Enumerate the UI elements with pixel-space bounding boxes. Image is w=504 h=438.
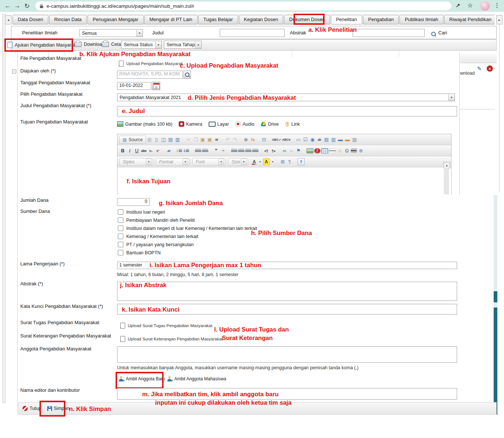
templates-icon[interactable]: ▥ [174,136,181,143]
scayt-icon[interactable]: ABC▾ [282,136,291,143]
tab[interactable]: Mengajar di PT Lain [144,15,198,24]
save-icon[interactable]: ▦ [146,136,152,143]
outdent-icon[interactable] [195,149,201,153]
forward-icon[interactable]: → [13,2,22,10]
unlink-icon[interactable]: ∞ [288,147,295,154]
italic-icon[interactable]: I [127,147,133,154]
cut-icon[interactable]: ✂ [185,136,192,143]
blockquote-icon[interactable]: ❞ [213,147,219,154]
sumber-dana-option[interactable]: PT / yayasan yang bersangkutan [118,242,257,247]
justify-icon[interactable] [252,149,258,153]
indent-icon[interactable] [202,149,208,153]
checkbox[interactable] [118,217,123,223]
checkbox[interactable] [118,234,123,239]
sumber-dana-option[interactable]: Institusi luar negeri [118,209,257,215]
show-blocks-icon[interactable]: ¶ [287,159,293,165]
judul-filter-input[interactable] [220,29,285,37]
copy-icon[interactable]: ❐ [192,136,199,143]
align-right-icon[interactable] [245,149,251,153]
judul-input[interactable] [117,106,457,116]
abstrak-textarea[interactable] [117,282,457,301]
checkbox[interactable] [118,242,123,247]
bold-icon[interactable]: B [120,147,126,154]
maximize-icon[interactable]: ⊞ [280,159,286,165]
ltr-icon[interactable]: ▸¶ [263,147,270,154]
tab[interactable]: Publikasi Ilmiah [400,15,443,24]
redo-icon[interactable]: ↷ [232,136,238,143]
new-page-icon[interactable]: ▯ [153,136,160,143]
tab[interactable]: Data Dosen [13,15,48,24]
anchor-icon[interactable]: ⚑ [295,147,302,154]
image-button-icon[interactable]: ▬ [344,136,351,143]
tab[interactable]: Penelitian [331,15,362,24]
tab-scroll-left[interactable]: ◂ [5,15,11,24]
abstrak-filter-input[interactable] [353,29,425,37]
format-select[interactable]: Format▼ [156,158,190,166]
text-color-button[interactable]: A [251,159,257,165]
bulleted-list-icon[interactable] [184,149,190,153]
lookup-user-button[interactable] [184,71,191,79]
drive-button[interactable]: Drive [261,122,279,127]
share-icon[interactable]: ↗ [456,2,460,9]
scrollbar-thumb[interactable] [494,291,497,302]
paste-word-icon[interactable]: W [213,136,220,143]
chevron-down-icon[interactable]: ▼ [259,160,261,163]
tanggal-input[interactable]: 10-01-2022 [117,82,151,90]
layar-button[interactable]: Layar [209,122,229,127]
audio-button[interactable]: Audio [235,121,254,127]
link-icon[interactable]: ∞ [281,147,288,154]
scrollbar-thumb[interactable] [494,308,497,415]
print-icon[interactable]: ▤ [167,136,174,143]
text-field-icon[interactable]: ab [316,136,323,143]
edit-icon[interactable]: ✎ [477,65,482,72]
paste-text-icon[interactable]: ▣ [206,136,213,143]
checkbox[interactable] [118,250,123,255]
upload-surat-tugas-button[interactable]: Upload Surat Tugas Pengabdian Masyarakat [120,323,212,329]
sumber-dana-option[interactable]: Kemenag / Kementerian lain terkait [118,234,257,239]
subscript-icon[interactable]: x₂ [148,147,154,154]
cetak-button[interactable]: Cetak [102,42,123,47]
radio-icon[interactable]: ◉ [309,136,316,143]
sumber-dana-option[interactable]: Bantuan BOPTN [118,250,257,255]
select-field-icon[interactable]: ▥ [330,136,337,143]
avatar[interactable] [480,1,490,11]
upload-pengabdian-button[interactable]: Upload Pengabdian Masyarak... [119,61,187,67]
checkbox[interactable] [118,225,123,231]
kamera-button[interactable]: Kamera [179,121,202,127]
tab[interactable]: Rincian Data [49,15,87,24]
about-icon[interactable]: ? [298,158,305,165]
button-icon[interactable]: ▬ [337,136,344,143]
page-break-icon[interactable] [351,149,357,153]
download-button[interactable]: Download [75,42,104,47]
gambar-button[interactable]: Gambar (maks 100 kb) [117,121,172,127]
editor-scroll-track[interactable] [444,168,449,194]
div-icon[interactable]: ÷ [220,147,226,154]
back-icon[interactable]: ← [3,2,13,10]
diajukan-oleh-input[interactable]: RINA NOVITA, S.PD, M.KOM [117,71,183,79]
checkbox[interactable] [118,209,123,215]
spellcheck-icon[interactable]: ABC✓ [272,136,281,143]
image-icon[interactable] [306,148,313,153]
smiley-icon[interactable]: ☺ [337,147,343,154]
search-icon[interactable] [431,31,436,38]
replace-icon[interactable]: ⇆ [250,136,256,143]
iframe-icon[interactable]: ⊕ [358,147,364,154]
url-bar[interactable]: e-campus.iainbukittinggi.ac.id/ecampus/p… [35,1,451,10]
url-text[interactable]: e-campus.iainbukittinggi.ac.id/ecampus/p… [47,3,194,9]
strikethrough-icon[interactable]: abc [141,147,147,154]
preview-icon[interactable]: ◫ [160,136,167,143]
tahap-select[interactable]: Semua Tahap▼ [164,41,202,49]
kebab-menu-icon[interactable]: ⋮ [494,2,500,9]
size-select[interactable]: Size▼ [228,158,248,166]
chevron-down-icon[interactable]: ▼ [271,160,274,163]
link-button[interactable]: Link [285,121,300,127]
rtl-icon[interactable]: ¶◂ [270,147,277,154]
bg-color-button[interactable]: A [263,158,270,165]
scope-select[interactable]: Semua▼ [79,29,143,37]
align-left-icon[interactable] [231,149,237,153]
checkbox-icon[interactable]: ☑ [302,136,309,143]
font-select[interactable]: Font▼ [192,158,226,166]
upload-surat-keterangan-button[interactable]: Upload Surat Keterangan Pengabdian Masya… [120,336,223,342]
sumber-dana-option[interactable]: Pembiayaan Mandiri oleh Peneliti [118,217,257,223]
scroll-up-icon[interactable]: ▲ [443,162,450,169]
